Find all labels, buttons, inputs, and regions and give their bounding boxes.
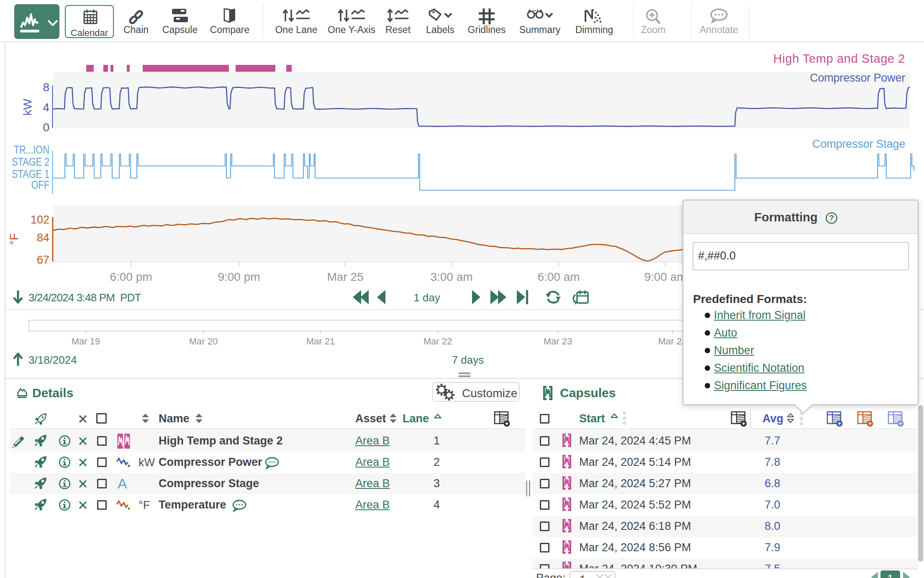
svg-text:?: ? <box>829 214 834 222</box>
